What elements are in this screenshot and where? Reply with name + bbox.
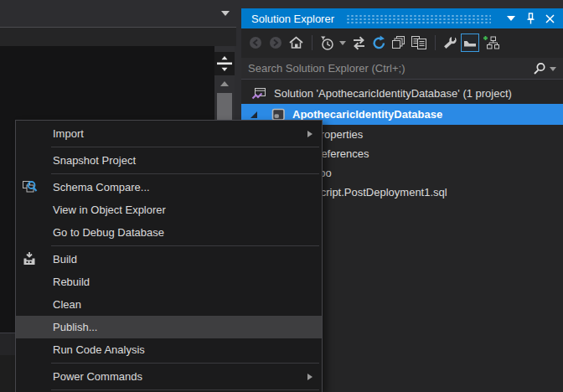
menu-separator xyxy=(51,389,319,390)
nav-forward-button[interactable] xyxy=(266,33,285,53)
properties-button[interactable] xyxy=(441,33,459,53)
menu-item-label: Rebuild xyxy=(53,276,90,288)
nav-forward-icon xyxy=(268,35,283,50)
chevron-down-icon xyxy=(507,16,515,21)
search-input[interactable]: Search Solution Explorer (Ctrl+;) xyxy=(241,58,563,80)
splitter-grip-icon xyxy=(215,54,234,73)
project-node-label: ApothecaricIdentityDatabase xyxy=(292,108,442,121)
solution-icon xyxy=(251,87,267,101)
new-solution-explorer-view-button[interactable] xyxy=(481,33,499,53)
refresh-button[interactable] xyxy=(369,33,388,53)
menu-separator xyxy=(51,173,319,174)
menu-item-power-commands[interactable]: Power Commands xyxy=(16,365,322,388)
scroll-up-arrow-icon[interactable] xyxy=(220,81,229,86)
menu-item-label: Run Code Analysis xyxy=(53,343,145,356)
dropdown-caret-icon xyxy=(339,41,346,45)
editor-splitter-grip[interactable] xyxy=(214,52,235,75)
new-solution-explorer-view-icon xyxy=(482,35,499,50)
build-icon xyxy=(22,251,37,266)
visual-studio-window: Solution Explorer xyxy=(0,0,563,392)
editor-navigation-bar[interactable] xyxy=(0,0,236,28)
pending-changes-filter-button[interactable] xyxy=(318,33,336,53)
home-icon xyxy=(288,35,304,50)
editor-header-strip xyxy=(0,28,236,46)
titlebar-drag-texture[interactable] xyxy=(346,14,491,24)
nav-back-icon xyxy=(248,35,263,50)
submenu-arrow-icon xyxy=(307,131,312,137)
menu-item-label: Schema Compare... xyxy=(53,181,150,193)
menu-item-view-in-object-explorer[interactable]: View in Object Explorer xyxy=(16,199,322,221)
menu-item-label: Build xyxy=(53,253,77,266)
solution-explorer-titlebar[interactable]: Solution Explorer xyxy=(241,8,563,28)
schema-compare-icon xyxy=(22,179,39,195)
nav-back-button[interactable] xyxy=(246,33,265,53)
tree-node-solution[interactable]: Solution 'ApothecaricIdentityDatabase' (… xyxy=(241,84,563,103)
menu-item-run-code-analysis[interactable]: Run Code Analysis xyxy=(16,338,322,361)
sync-with-active-document-button[interactable] xyxy=(349,33,368,53)
search-icon[interactable] xyxy=(533,62,546,75)
chevron-down-icon[interactable] xyxy=(221,11,230,16)
solution-node-label: Solution 'ApothecaricIdentityDatabase' (… xyxy=(274,87,512,100)
close-button[interactable] xyxy=(541,10,558,27)
window-position-button[interactable] xyxy=(503,10,519,27)
preview-selected-items-toggle[interactable] xyxy=(461,34,479,52)
expander-expanded-icon[interactable] xyxy=(250,111,258,119)
home-button[interactable] xyxy=(287,33,305,53)
dropdown-caret-icon xyxy=(550,67,556,71)
collapse-all-button[interactable] xyxy=(390,33,408,53)
menu-separator xyxy=(51,245,319,246)
refresh-icon xyxy=(371,35,387,51)
menu-item-rebuild[interactable]: Rebuild xyxy=(16,271,322,293)
pin-button[interactable] xyxy=(522,10,539,27)
close-icon xyxy=(545,14,555,23)
submenu-arrow-icon xyxy=(307,374,312,380)
menu-item-build[interactable]: Build xyxy=(16,248,322,271)
menu-item-publish[interactable]: Publish... xyxy=(16,316,322,338)
menu-item-schema-compare[interactable]: Schema Compare... xyxy=(16,176,322,199)
menu-item-label: Power Commands xyxy=(53,370,142,383)
menu-item-clean[interactable]: Clean xyxy=(16,293,322,316)
pin-icon xyxy=(525,13,536,24)
toolbar-separator xyxy=(312,35,312,50)
solution-explorer-toolbar xyxy=(241,28,563,57)
panel-top-spacer xyxy=(241,0,563,8)
panel-title: Solution Explorer xyxy=(251,13,334,25)
filter-dropdown-button[interactable] xyxy=(338,33,348,53)
menu-item-label: Clean xyxy=(53,298,81,311)
preview-selected-items-icon xyxy=(463,39,477,47)
pending-changes-filter-icon xyxy=(318,35,335,51)
menu-item-label: Publish... xyxy=(53,321,97,333)
search-options-caret[interactable] xyxy=(550,67,556,71)
context-menu: Import Snapshot Project Schema Compare..… xyxy=(15,120,323,392)
toolbar-separator xyxy=(435,35,436,50)
menu-separator xyxy=(51,147,319,147)
search-placeholder: Search Solution Explorer (Ctrl+;) xyxy=(248,62,533,75)
sync-with-active-document-icon xyxy=(350,36,368,50)
menu-item-label: Go to Debug Database xyxy=(53,226,164,239)
menu-item-import[interactable]: Import xyxy=(16,122,322,145)
menu-item-label: Snapshot Project xyxy=(53,154,136,167)
preview-icon xyxy=(411,35,428,50)
menu-item-label: Import xyxy=(53,127,84,140)
properties-wrench-icon xyxy=(442,35,458,50)
menu-item-label: View in Object Explorer xyxy=(53,204,166,216)
preview-button[interactable] xyxy=(410,33,428,53)
collapse-all-icon xyxy=(391,35,406,50)
menu-item-snapshot-project[interactable]: Snapshot Project xyxy=(16,149,322,172)
menu-item-go-to-debug-database[interactable]: Go to Debug Database xyxy=(16,221,322,244)
menu-separator xyxy=(51,363,319,364)
